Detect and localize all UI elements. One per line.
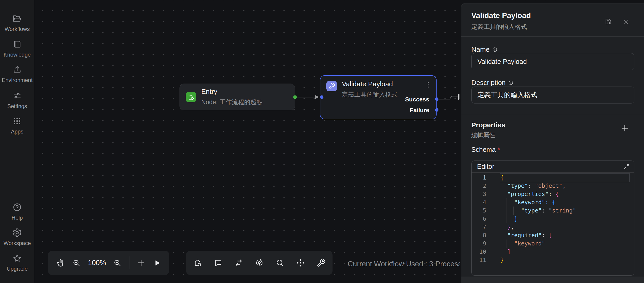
- code-line[interactable]: 10 ]: [472, 248, 634, 256]
- line-number: 9: [472, 239, 486, 248]
- zoom-out-button[interactable]: [72, 259, 81, 267]
- panel-title: Validate Payload: [471, 11, 531, 20]
- line-number: 4: [472, 198, 486, 206]
- arrange-button[interactable]: [296, 258, 305, 267]
- run-workflow-button[interactable]: [153, 259, 162, 267]
- sidebar-item-label: Environment: [0, 77, 34, 83]
- zoom-in-button[interactable]: [113, 259, 122, 267]
- sidebar: Workflows Knowledge Environment Settings…: [0, 0, 34, 283]
- add-node-button[interactable]: [136, 258, 146, 267]
- wrench-icon: [316, 258, 326, 267]
- sidebar-item-apps[interactable]: Apps: [0, 116, 34, 135]
- schema-editor: Editor 1{2 "type": "object",3 "propertie…: [471, 160, 634, 276]
- plus-icon: [136, 258, 146, 267]
- info-icon[interactable]: [508, 80, 514, 85]
- panel-scroll-strip: [461, 276, 644, 283]
- code-line[interactable]: 8 "required": [: [472, 231, 634, 239]
- node-title: Validate Payload: [342, 80, 393, 88]
- code-line[interactable]: 1{: [472, 174, 634, 182]
- editor-title: Editor: [477, 163, 494, 170]
- plus-icon: [620, 123, 630, 133]
- line-number: 5: [472, 206, 486, 215]
- node-entry[interactable]: Entry Node: 工作流程的起點: [180, 84, 295, 110]
- sidebar-item-workflows[interactable]: Workflows: [0, 14, 34, 32]
- swap-connections-button[interactable]: [234, 258, 243, 267]
- divider: [461, 36, 644, 37]
- sidebar-item-label: Knowledge: [0, 52, 34, 58]
- hand-icon: [56, 258, 65, 267]
- idea-refresh-button[interactable]: [255, 258, 264, 267]
- home-plus-icon: [187, 93, 194, 101]
- editor-expand-button[interactable]: [623, 163, 630, 170]
- sidebar-item-label: Settings: [0, 103, 34, 109]
- code-line[interactable]: 3 "properties": {: [472, 190, 634, 198]
- sidebar-item-help[interactable]: Help: [0, 202, 34, 221]
- indent-guide: [506, 239, 507, 248]
- node-validate-payload[interactable]: Validate Payload 定義工具的輸入格式 Success Failu…: [320, 75, 436, 119]
- code-line[interactable]: 9 "keyword": [472, 239, 634, 248]
- label-text: Name: [471, 46, 490, 53]
- code-line[interactable]: 5 "type": "string": [472, 206, 634, 215]
- gear-icon: [12, 228, 22, 237]
- name-input[interactable]: [471, 53, 634, 70]
- line-number: 7: [472, 223, 486, 231]
- code-line[interactable]: 6 }: [472, 215, 634, 223]
- indent-guide: [514, 206, 514, 215]
- sidebar-item-label: Workflows: [0, 26, 34, 32]
- code-line[interactable]: 2 "type": "object",: [472, 182, 634, 190]
- magnifier-plus-icon: [113, 259, 122, 267]
- close-panel-button[interactable]: [623, 19, 629, 25]
- sidebar-item-workspace[interactable]: Workspace: [0, 228, 34, 246]
- properties-title: Properties: [471, 121, 505, 129]
- info-icon[interactable]: [492, 47, 498, 52]
- output-label-success: Success: [405, 96, 429, 103]
- zoom-toolbar: 100%: [48, 251, 169, 275]
- line-number: 6: [472, 215, 486, 223]
- line-number: 1: [472, 174, 486, 182]
- sidebar-item-label: Apps: [0, 128, 34, 135]
- idea-refresh-icon: [255, 258, 264, 267]
- name-field-label: Name: [471, 46, 498, 53]
- entry-node-tile: [186, 92, 196, 102]
- sidebar-item-environment[interactable]: Environment: [0, 65, 34, 83]
- editor-header: Editor: [472, 161, 634, 173]
- tools-toolbar: [186, 251, 332, 275]
- grid-dots-icon: [12, 116, 22, 126]
- move-diamond-icon: [296, 258, 305, 267]
- save-button[interactable]: [605, 18, 612, 25]
- line-number: 2: [472, 182, 486, 190]
- panel-subtitle: 定義工具的輸入格式: [471, 23, 527, 31]
- star-icon: [12, 253, 22, 263]
- comment-icon: [214, 258, 223, 267]
- add-property-button[interactable]: [620, 123, 630, 133]
- label-text: Schema: [471, 146, 496, 153]
- code-line[interactable]: 7 },: [472, 223, 634, 231]
- code-lines[interactable]: 1{2 "type": "object",3 "properties": {4 …: [472, 173, 634, 275]
- tools-button[interactable]: [316, 258, 326, 267]
- sidebar-item-label: Workspace: [0, 240, 34, 246]
- expand-icon: [623, 163, 630, 170]
- description-input[interactable]: [471, 87, 634, 104]
- node-title: Entry: [201, 88, 217, 96]
- search-button[interactable]: [275, 258, 284, 267]
- comment-button[interactable]: [214, 258, 223, 267]
- add-entry-node-button[interactable]: [193, 258, 202, 267]
- zoom-level[interactable]: 100%: [88, 259, 106, 267]
- validate-node-tile: [326, 81, 337, 91]
- indent-guide: [506, 215, 507, 223]
- book-icon: [12, 39, 22, 49]
- workflow-usage-status: Current Workflow Used : 3 Processor: [348, 258, 460, 269]
- sidebar-item-settings[interactable]: Settings: [0, 91, 34, 109]
- node-menu-kebab-icon[interactable]: [424, 80, 432, 90]
- toolbar-divider: [129, 256, 130, 269]
- line-number: 11: [472, 256, 486, 264]
- description-field-label: Description: [471, 79, 514, 87]
- pan-button[interactable]: [56, 258, 65, 267]
- code-line[interactable]: 4 "keyword": {: [472, 198, 634, 206]
- magnifier-minus-icon: [72, 259, 81, 267]
- sidebar-item-upgrade[interactable]: Upgrade: [0, 253, 34, 272]
- line-number: 3: [472, 190, 486, 198]
- code-line[interactable]: 11}: [472, 256, 634, 264]
- sidebar-item-knowledge[interactable]: Knowledge: [0, 39, 34, 58]
- node-config-panel: Validate Payload 定義工具的輸入格式 Name Descript…: [461, 3, 644, 283]
